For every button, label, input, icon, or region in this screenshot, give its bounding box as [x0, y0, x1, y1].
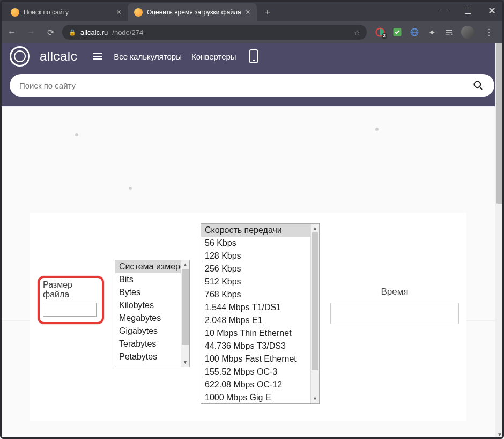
speed-selectbox[interactable]: Скорость передачи56 Kbps128 Kbps256 Kbps… [201, 223, 320, 404]
speed-option[interactable]: 622.08 Mbps OC-12 [201, 378, 319, 391]
speed-option-header[interactable]: Скорость передачи [201, 224, 319, 237]
file-size-input[interactable] [43, 303, 97, 317]
svg-marker-8 [451, 33, 453, 35]
address-bar[interactable]: 🔒 allcalc.ru/node/274 ☆ [62, 25, 367, 40]
forward-button[interactable]: → [24, 25, 39, 40]
site-navbar: allcalc Все калькуляторы Конвертеры [0, 43, 504, 70]
units-selectbox[interactable]: Система измереBitsBytesKilobytesMegabyte… [115, 260, 190, 367]
scrollbar-arrow-up-icon[interactable]: ▲ [181, 260, 189, 269]
speed-option[interactable]: 44.736 Mbps T3/DS3 [201, 340, 319, 353]
speed-option[interactable]: 56 Kbps [201, 237, 319, 250]
reload-button[interactable]: ⟳ [43, 25, 58, 40]
units-option-header[interactable]: Система измере [115, 260, 189, 273]
speed-option[interactable]: 2.048 Mbps E1 [201, 314, 319, 327]
scrollbar-arrow-up-icon[interactable]: ▲ [311, 224, 319, 232]
search-icon [473, 80, 484, 91]
file-size-highlight: Размер файла [38, 276, 104, 324]
scrollbar-thumb[interactable] [182, 269, 189, 345]
units-option[interactable]: Terabytes [115, 338, 189, 350]
tab-close-icon[interactable]: × [116, 8, 121, 17]
site-search-input[interactable] [19, 81, 472, 90]
browser-tab-strip: Поиск по сайту × Оценить время загрузки … [0, 0, 504, 21]
units-option[interactable]: Bits [115, 273, 189, 286]
window-minimize[interactable] [432, 0, 456, 21]
time-result-box [330, 303, 459, 324]
browser-toolbar: ← → ⟳ 🔒 allcalc.ru/node/274 ☆ 2 ✦ ⋮ [0, 21, 504, 43]
browser-tab-1[interactable]: Поиск по сайту × [4, 3, 128, 21]
listbox-scrollbar[interactable]: ▲ ▼ [181, 260, 189, 367]
speed-option[interactable]: 10 Mbps Thin Ethernet [201, 327, 319, 340]
media-control-icon[interactable] [444, 27, 454, 37]
scrollbar-thumb[interactable] [312, 232, 318, 370]
speed-option[interactable]: 155.52 Mbps OC-3 [201, 365, 319, 378]
tab-favicon-icon [11, 8, 19, 17]
units-option[interactable]: Bytes [115, 286, 189, 299]
extensions-puzzle-icon[interactable]: ✦ [427, 27, 436, 37]
tab-favicon-icon [134, 8, 143, 17]
speed-option[interactable]: 100 Mbps Fast Ethernet [201, 353, 319, 365]
svg-point-9 [475, 82, 481, 88]
url-domain: allcalc.ru [80, 28, 108, 36]
speed-option[interactable]: 256 Kbps [201, 262, 319, 275]
mobile-icon[interactable] [249, 49, 258, 63]
scrollbar-arrow-down-icon[interactable]: ▼ [495, 430, 504, 439]
back-button[interactable]: ← [4, 25, 19, 40]
browser-menu-button[interactable]: ⋮ [481, 25, 496, 40]
speed-option[interactable]: 768 Kbps [201, 288, 319, 301]
nav-converters[interactable]: Конвертеры [191, 52, 236, 61]
scrollbar-thumb[interactable] [496, 43, 503, 204]
lock-icon: 🔒 [69, 29, 76, 36]
tab-close-icon[interactable]: × [246, 8, 250, 17]
logo-icon[interactable] [10, 46, 30, 67]
browser-tab-2[interactable]: Оценить время загрузки файла × [128, 3, 257, 21]
calculator-panel: Размер файла Система измереBitsBytesKilo… [30, 213, 466, 421]
listbox-scrollbar[interactable]: ▲ ▼ [310, 224, 319, 403]
extension-badge: 2 [382, 33, 387, 39]
site-search-wrap [0, 70, 504, 106]
url-path: /node/274 [112, 28, 143, 36]
units-option[interactable]: Gigabytes [115, 325, 189, 338]
page-scrollbar[interactable]: ▼ [495, 43, 504, 439]
units-option[interactable]: Kilobytes [115, 299, 189, 312]
speed-option[interactable]: 1.544 Mbps T1/DS1 [201, 301, 319, 314]
logo-text[interactable]: allcalc [40, 49, 77, 64]
time-label: Время [381, 287, 408, 297]
site-search-box [10, 74, 494, 97]
extension-icon-check[interactable] [392, 27, 402, 37]
file-size-label: Размер файла [43, 280, 99, 299]
extension-icon-globe[interactable] [410, 27, 419, 37]
window-close[interactable]: ✕ [480, 0, 504, 21]
svg-line-10 [480, 87, 483, 90]
hamburger-menu-icon[interactable] [93, 53, 102, 60]
units-option[interactable]: Petabytes [115, 350, 189, 363]
nav-all-calculators[interactable]: Все калькуляторы [114, 52, 182, 61]
scrollbar-arrow-down-icon[interactable]: ▼ [181, 358, 189, 367]
new-tab-button[interactable]: + [260, 5, 275, 20]
site-search-button[interactable] [472, 79, 485, 92]
bookmark-star-icon[interactable]: ☆ [354, 28, 360, 36]
scrollbar-arrow-down-icon[interactable]: ▼ [311, 394, 319, 403]
speed-option[interactable]: 1000 Mbps Gig E [201, 391, 319, 404]
tab-title: Поиск по сайту [24, 9, 112, 16]
speed-option[interactable]: 128 Kbps [201, 250, 319, 262]
window-maximize[interactable] [456, 0, 480, 21]
tab-title: Оценить время загрузки файла [147, 9, 241, 16]
profile-avatar[interactable] [461, 26, 474, 39]
speed-option[interactable]: 512 Kbps [201, 275, 319, 288]
units-option[interactable]: Megabytes [115, 312, 189, 325]
extension-icon-adblock[interactable]: 2 [375, 27, 385, 37]
